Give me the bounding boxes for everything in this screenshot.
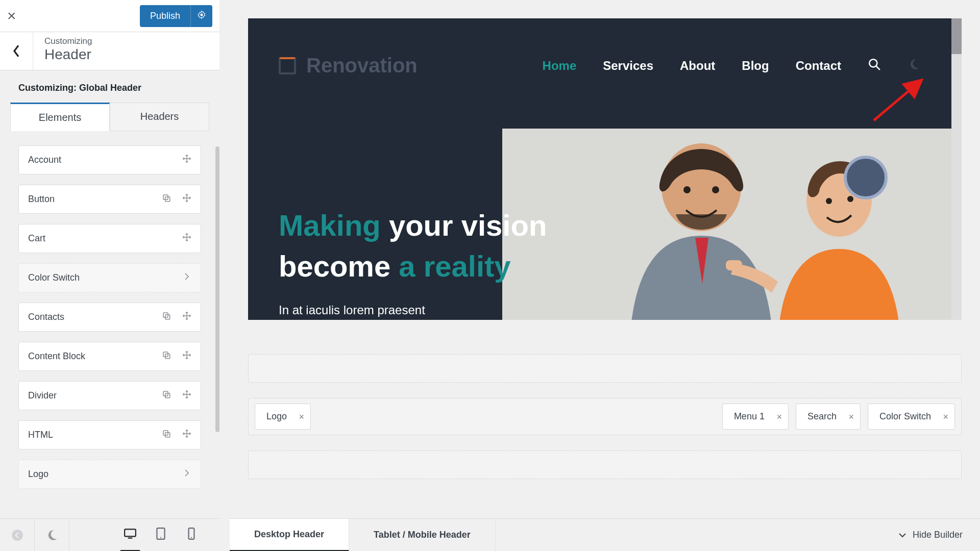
element-icons — [162, 193, 191, 205]
publish-settings-button[interactable] — [190, 5, 212, 27]
chev-icon[interactable] — [182, 272, 191, 284]
publish-button[interactable]: Publish — [140, 5, 190, 27]
element-label: Divider — [28, 390, 57, 401]
builder-chip[interactable]: Color Switch× — [868, 404, 955, 430]
svg-point-18 — [869, 59, 877, 67]
element-item[interactable]: Account — [18, 145, 201, 174]
copy-icon[interactable] — [162, 350, 171, 362]
back-button[interactable] — [0, 32, 33, 70]
gear-icon — [197, 10, 206, 19]
tab-mobile-header[interactable]: Tablet / Mobile Header — [349, 519, 496, 551]
chip-remove-icon[interactable]: × — [776, 411, 782, 422]
element-item[interactable]: Contacts — [18, 303, 201, 332]
builder-chip[interactable]: Menu 1× — [722, 404, 789, 430]
panel-tabs: Elements Headers — [0, 103, 219, 134]
site-brand[interactable]: Renovation — [279, 54, 418, 77]
element-label: Color Switch — [28, 272, 80, 283]
preview-scroll-thumb[interactable] — [951, 18, 962, 54]
element-item[interactable]: Cart — [18, 224, 201, 253]
builder-chip[interactable]: Search× — [796, 404, 861, 430]
nav-link[interactable]: Services — [603, 59, 653, 73]
chip-remove-icon[interactable]: × — [848, 411, 854, 422]
hero-word-accent1: Making — [279, 209, 381, 242]
move-icon[interactable] — [182, 233, 191, 244]
element-item[interactable]: Divider — [18, 381, 201, 410]
device-desktop[interactable] — [124, 527, 137, 543]
svg-point-22 — [683, 186, 691, 193]
copy-icon[interactable] — [162, 193, 171, 205]
svg-point-28 — [847, 196, 853, 202]
copy-icon[interactable] — [162, 429, 171, 441]
builder-chip[interactable]: Logo× — [255, 404, 311, 430]
svg-rect-29 — [726, 260, 742, 270]
nav-link[interactable]: Blog — [742, 59, 769, 73]
move-icon[interactable] — [182, 311, 191, 323]
panel-breadcrumb: Customizing Header — [0, 32, 219, 70]
move-icon[interactable] — [182, 193, 191, 205]
element-icons — [162, 350, 191, 362]
builder-left-items: Logo× — [255, 404, 311, 430]
move-icon[interactable] — [182, 350, 191, 362]
moon-icon[interactable] — [908, 58, 921, 73]
tab-headers[interactable]: Headers — [110, 103, 209, 131]
hero-word-1: your vision — [389, 209, 547, 242]
element-icons — [162, 390, 191, 402]
panel-scrollbar[interactable] — [215, 146, 219, 432]
svg-point-17 — [191, 537, 192, 538]
element-icons — [162, 429, 191, 441]
chevron-down-icon — [898, 531, 906, 539]
preview-scrollbar[interactable] — [951, 18, 962, 320]
element-item[interactable]: Content Block — [18, 342, 201, 371]
svg-point-27 — [826, 198, 832, 204]
element-label: Cart — [28, 233, 45, 244]
nav-link[interactable]: About — [680, 59, 715, 73]
element-item[interactable]: Button — [18, 185, 201, 214]
collapse-panel-button[interactable] — [0, 519, 35, 552]
element-item[interactable]: Color Switch — [18, 263, 201, 292]
device-mobile[interactable] — [185, 527, 198, 543]
nav-link[interactable]: Home — [543, 59, 577, 73]
move-icon[interactable] — [182, 429, 191, 441]
nav-link[interactable]: Contact — [796, 59, 841, 73]
element-icons — [182, 154, 191, 166]
hero-image — [502, 129, 951, 320]
publish-group: Publish — [140, 5, 212, 27]
device-tablet[interactable] — [154, 527, 167, 543]
chip-remove-icon[interactable]: × — [943, 411, 948, 422]
customizer-panel: × Publish Customizing Header Customizing… — [0, 0, 219, 551]
element-icons — [182, 233, 191, 244]
svg-rect-12 — [125, 529, 136, 536]
chip-remove-icon[interactable]: × — [299, 411, 305, 422]
dark-mode-icon[interactable] — [35, 519, 69, 552]
builder-top-row[interactable] — [248, 354, 962, 383]
move-icon[interactable] — [182, 154, 191, 166]
svg-rect-13 — [128, 538, 133, 539]
move-icon[interactable] — [182, 390, 191, 402]
element-item[interactable]: Logo — [18, 460, 201, 489]
element-label: Button — [28, 194, 55, 205]
header-builder: Logo× Menu 1×Search×Color Switch× — [248, 354, 962, 494]
builder-footer: Desktop Header Tablet / Mobile Header Hi… — [230, 518, 980, 551]
hero-text: Making your vision become a reality In a… — [279, 205, 565, 317]
tab-elements[interactable]: Elements — [10, 103, 110, 131]
hide-builder-label: Hide Builder — [913, 530, 963, 540]
chip-label: Logo — [266, 411, 287, 421]
builder-bottom-row[interactable] — [248, 450, 962, 479]
site-preview: Renovation HomeServicesAboutBlogContact — [248, 18, 962, 320]
preview-area: Renovation HomeServicesAboutBlogContact — [230, 0, 980, 551]
builder-middle-row[interactable]: Logo× Menu 1×Search×Color Switch× — [248, 398, 962, 435]
copy-icon[interactable] — [162, 390, 171, 402]
hide-builder-button[interactable]: Hide Builder — [881, 519, 980, 551]
close-icon[interactable]: × — [7, 8, 16, 23]
element-item[interactable]: HTML — [18, 420, 201, 449]
tab-desktop-header[interactable]: Desktop Header — [230, 519, 349, 551]
svg-line-30 — [874, 82, 920, 120]
element-label: HTML — [28, 430, 53, 440]
chev-icon[interactable] — [182, 468, 191, 480]
svg-point-11 — [12, 530, 23, 541]
search-icon[interactable] — [868, 58, 881, 73]
copy-icon[interactable] — [162, 311, 171, 323]
element-icons — [182, 468, 191, 480]
hero-subtext: In at iaculis lorem praesent — [279, 303, 565, 317]
brand-name: Renovation — [306, 54, 418, 77]
